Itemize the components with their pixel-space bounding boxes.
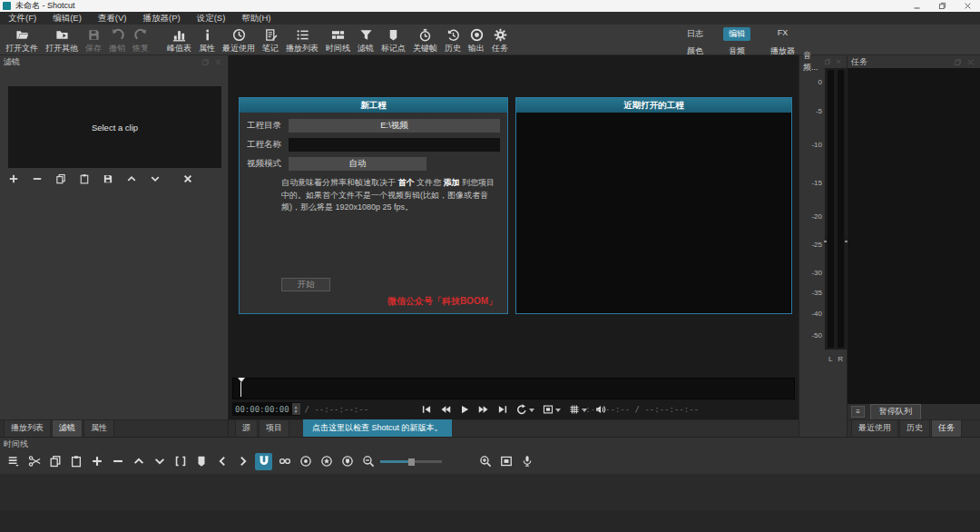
- toolbar-button-playlist[interactable]: 播放列表: [282, 26, 322, 55]
- append-button[interactable]: [88, 453, 105, 470]
- rewind-button[interactable]: [440, 404, 451, 415]
- ripple-markers-button[interactable]: [338, 453, 356, 470]
- move-filter-down-button[interactable]: [147, 172, 162, 186]
- folder-open-icon: [15, 27, 29, 42]
- toolbar-button-notes[interactable]: 笔记: [259, 26, 282, 55]
- toolbar-button-properties[interactable]: 属性: [195, 26, 219, 55]
- skip-to-start-button[interactable]: [421, 404, 432, 415]
- toolbar-button-timeline[interactable]: 时间线: [322, 26, 354, 55]
- previous-marker-button[interactable]: [213, 453, 230, 470]
- window-minimize-button[interactable]: [904, 0, 929, 12]
- player-scrubber[interactable]: [232, 378, 795, 399]
- close-icon[interactable]: [835, 57, 843, 66]
- toolbar-button-export[interactable]: 输出: [465, 26, 488, 55]
- current-position-field[interactable]: 00:00:00:00 ▲▼: [232, 402, 300, 416]
- copy-filters-button[interactable]: [53, 172, 68, 186]
- snap-button[interactable]: [255, 453, 272, 470]
- window-close-button[interactable]: [955, 0, 980, 12]
- timeline-menu-button[interactable]: [5, 453, 22, 470]
- project-name-input[interactable]: [289, 138, 500, 152]
- project-directory-button[interactable]: E:\视频: [289, 119, 500, 133]
- record-audio-button[interactable]: [518, 453, 535, 470]
- tab-filters[interactable]: 滤镜: [52, 419, 83, 437]
- pause-queue-button[interactable]: 暂停队列: [870, 404, 921, 420]
- move-filter-up-button[interactable]: [123, 172, 139, 186]
- scrub-while-dragging-button[interactable]: [276, 453, 293, 470]
- save-filter-set-button[interactable]: [100, 172, 115, 186]
- remove-filter-button[interactable]: [29, 172, 44, 186]
- playhead-icon[interactable]: [238, 378, 245, 386]
- tab-history[interactable]: 历史: [899, 419, 930, 437]
- loop-icon: [516, 404, 527, 415]
- tab-project[interactable]: 项目: [259, 419, 289, 437]
- tab-recent[interactable]: 最近使用: [851, 419, 898, 437]
- ripple-button[interactable]: [297, 453, 314, 470]
- loop-button[interactable]: [516, 404, 534, 415]
- ripple-all-tracks-button[interactable]: [318, 453, 335, 470]
- toolbar-button-filters[interactable]: 滤镜: [354, 26, 377, 55]
- menu-edit[interactable]: 编辑(E): [44, 12, 90, 25]
- video-mode-button[interactable]: 自动: [289, 157, 426, 171]
- toolbar-button-markers[interactable]: 标记点: [377, 26, 409, 55]
- paste-button[interactable]: [67, 453, 84, 470]
- overwrite-button[interactable]: [151, 453, 168, 470]
- toolbar-button-recent[interactable]: 最近使用: [219, 26, 259, 55]
- zoom-out-button[interactable]: [359, 453, 377, 470]
- menu-file[interactable]: 文件(F): [0, 12, 44, 25]
- timeline-tracks-area[interactable]: [0, 474, 980, 532]
- zoom-in-button[interactable]: [476, 453, 494, 470]
- filters-panel-header: 滤镜: [0, 55, 228, 68]
- toolbar-button-open-other[interactable]: 打开其他: [42, 26, 82, 55]
- lift-button[interactable]: [130, 453, 147, 470]
- float-icon[interactable]: [201, 57, 211, 66]
- jobs-list[interactable]: [848, 68, 980, 404]
- tab-jobs[interactable]: 任务: [931, 419, 962, 437]
- layout-button-fx[interactable]: FX: [765, 27, 800, 41]
- tab-properties[interactable]: 属性: [83, 419, 114, 437]
- toolbar-button-keyframes[interactable]: 关键帧: [409, 26, 441, 55]
- fast-forward-button[interactable]: [478, 404, 489, 415]
- dropdown-caret-icon[interactable]: [529, 409, 534, 415]
- paste-filters-button[interactable]: [76, 172, 92, 186]
- timecode-spinner[interactable]: ▲▼: [292, 403, 300, 415]
- tab-playlist[interactable]: 播放列表: [4, 419, 51, 437]
- timeline-zoom-slider[interactable]: [380, 453, 442, 470]
- start-button[interactable]: 开始: [281, 278, 330, 291]
- menu-settings[interactable]: 设定(S): [189, 12, 234, 25]
- toolbar-button-history[interactable]: 历史: [441, 26, 465, 55]
- ripple-delete-button[interactable]: [109, 453, 126, 470]
- add-filter-button[interactable]: [5, 172, 21, 186]
- split-button[interactable]: [172, 453, 189, 470]
- tab-source[interactable]: 源: [235, 419, 258, 437]
- menu-view[interactable]: 查看(V): [90, 12, 135, 25]
- close-icon[interactable]: [214, 57, 224, 66]
- copy-button[interactable]: [46, 453, 64, 470]
- close-icon[interactable]: [966, 57, 976, 66]
- chev-right-icon: [237, 455, 250, 468]
- menu-help[interactable]: 帮助(H): [233, 12, 279, 25]
- play-button[interactable]: [459, 404, 470, 415]
- toolbar-button-open-file[interactable]: 打开文件: [2, 26, 42, 55]
- recent-projects-list[interactable]: [516, 113, 791, 313]
- update-notice-button[interactable]: 点击这里以检查 Shotcut 的新版本。: [303, 419, 452, 437]
- float-icon[interactable]: [954, 57, 964, 66]
- slider-handle[interactable]: [408, 458, 415, 466]
- plus-icon: [8, 173, 19, 184]
- float-icon[interactable]: [824, 57, 832, 66]
- layout-button-editing[interactable]: 编辑: [723, 27, 750, 41]
- next-marker-button[interactable]: [234, 453, 251, 470]
- menu-player[interactable]: 播放器(P): [134, 12, 188, 25]
- cut-button[interactable]: [25, 453, 43, 470]
- toolbar-button-jobs[interactable]: 任务: [488, 26, 512, 55]
- layout-button-logging[interactable]: 日志: [681, 27, 709, 41]
- chev-down-icon: [153, 455, 166, 468]
- window-restore-button[interactable]: [929, 0, 955, 12]
- dropdown-caret-icon[interactable]: [555, 409, 561, 415]
- toolbar-button-peak-meter[interactable]: 峰值表: [163, 26, 195, 55]
- deselect-filter-button[interactable]: [180, 172, 195, 186]
- marker-button[interactable]: [192, 453, 210, 470]
- zoom-fit-button[interactable]: [543, 404, 561, 415]
- zoom-timeline-fit-button[interactable]: [497, 453, 514, 470]
- jobs-menu-button[interactable]: ≡: [851, 406, 865, 418]
- skip-to-end-button[interactable]: [497, 404, 508, 415]
